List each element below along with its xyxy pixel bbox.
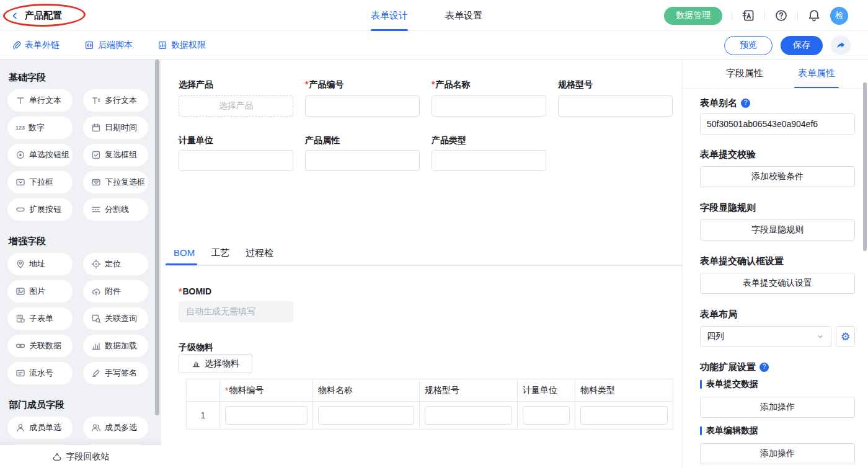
help-badge-icon[interactable]: ? [741, 99, 750, 108]
member-multi-icon [91, 423, 101, 433]
back-button[interactable]: 产品配置 [10, 0, 62, 31]
script-icon [84, 40, 94, 50]
material-spec-input[interactable] [425, 406, 512, 425]
section-title-basic-fields: 基础字段 [9, 72, 161, 83]
add-edit-action-button[interactable]: 添加操作 [700, 443, 855, 464]
page-title: 产品配置 [25, 10, 62, 22]
field-item-multi-line-text[interactable]: 多行文本 [83, 89, 148, 112]
tab-form-properties[interactable]: 表单属性 [798, 68, 835, 79]
field-item-checkbox-group[interactable]: 复选框组 [83, 144, 148, 166]
product-code-input[interactable] [305, 95, 420, 117]
select-icon [16, 177, 25, 187]
chevron-down-icon [816, 332, 825, 341]
form-alias-label: 表单别名 ? [700, 98, 750, 108]
field-item-data-load[interactable]: 数据加载 [83, 335, 148, 357]
field-item-address[interactable]: 地址 [7, 253, 73, 275]
material-type-input[interactable] [580, 406, 668, 425]
paperclip-icon [11, 40, 21, 50]
single-line-text-icon [16, 95, 25, 105]
field-label-spec-model: 规格型号 [558, 79, 593, 89]
field-visibility-button[interactable]: 字段显隐规则 [700, 219, 855, 241]
save-button[interactable]: 保存 [781, 36, 823, 55]
form-layout-label: 表单布局 [700, 309, 737, 319]
field-item-relation-query[interactable]: 关联查询 [83, 307, 148, 330]
material-unit-input[interactable] [523, 406, 570, 425]
field-item-member-multi[interactable]: 成员多选 [83, 417, 148, 439]
unit-input[interactable] [179, 150, 293, 171]
preview-button[interactable]: 预览 [724, 36, 773, 55]
data-permission-link[interactable]: 数据权限 [157, 40, 206, 51]
field-item-select[interactable]: 下拉框 [7, 171, 73, 193]
form-toolbar: 表单外链 后端脚本 数据权限 预览 保存 [0, 31, 868, 60]
share-button[interactable] [831, 35, 851, 55]
backend-script-link[interactable]: 后端脚本 [84, 40, 133, 51]
field-item-radio-group[interactable]: 单选按钮组 [7, 144, 73, 166]
header-tabs: 表单设计 表单设置 [371, 0, 482, 31]
field-item-expand-button[interactable]: 扩展按钮 [7, 198, 73, 221]
form-alias-input[interactable] [700, 113, 855, 135]
panel-scrollbar[interactable] [863, 82, 867, 251]
bell-icon[interactable] [807, 9, 821, 22]
material-code-input[interactable] [225, 406, 308, 425]
field-item-divider[interactable]: 分割线 [83, 198, 148, 221]
material-name-input[interactable] [318, 406, 414, 425]
header-cell-unit: 计量单位 [518, 379, 575, 401]
product-type-input[interactable] [432, 150, 546, 171]
relation-data-icon [16, 341, 25, 351]
recycle-icon [52, 452, 62, 462]
edit-data-sublabel: 表单编辑数据 [700, 425, 758, 436]
data-manage-button[interactable]: 数据管理 [664, 7, 722, 25]
product-name-input[interactable] [432, 95, 546, 117]
divider [797, 11, 798, 20]
submit-confirm-button[interactable]: 表单提交确认设置 [700, 273, 855, 294]
help-badge-icon[interactable]: ? [760, 363, 769, 372]
add-validation-button[interactable]: 添加校验条件 [700, 166, 855, 187]
field-recycle-station[interactable]: 字段回收站 [0, 445, 161, 468]
image-icon [16, 286, 25, 296]
tab-form-settings[interactable]: 表单设置 [445, 0, 482, 31]
product-attr-input[interactable] [305, 150, 420, 171]
subform-icon [16, 314, 25, 324]
field-item-member-single[interactable]: 成员单选 [7, 417, 73, 439]
tab-process[interactable]: 工艺 [211, 247, 229, 259]
help-icon[interactable] [774, 9, 788, 22]
spec-model-input[interactable] [558, 95, 673, 117]
add-submit-action-button[interactable]: 添加操作 [700, 397, 855, 418]
contacts-icon[interactable] [742, 9, 755, 22]
serial-number-icon [16, 368, 25, 378]
address-icon [16, 259, 25, 269]
field-item-relation-data[interactable]: 关联数据 [7, 335, 73, 357]
app-header: 产品配置 表单设计 表单设置 数据管理 检 [0, 0, 868, 31]
cell-spec-model [420, 402, 518, 429]
field-item-serial-number[interactable]: 流水号 [7, 362, 73, 384]
user-avatar[interactable]: 检 [830, 7, 848, 25]
tab-field-properties[interactable]: 字段属性 [726, 68, 763, 79]
field-item-number[interactable]: 123数字 [7, 117, 73, 139]
signature-icon [91, 368, 101, 378]
field-item-multi-select[interactable]: 下拉复选框 [83, 171, 148, 193]
field-item-datetime[interactable]: 日期时间 [83, 117, 148, 139]
field-item-locate[interactable]: 定位 [83, 253, 148, 275]
field-item-attachment[interactable]: 附件 [83, 280, 148, 302]
tab-process-check[interactable]: 过程检 [246, 247, 273, 259]
select-material-button[interactable]: 选择物料 [179, 354, 252, 373]
form-layout-select[interactable]: 四列 [700, 326, 831, 347]
sidebar-scrollbar[interactable] [155, 60, 159, 415]
tab-form-design[interactable]: 表单设计 [371, 0, 408, 31]
divider [764, 11, 765, 20]
field-item-single-line-text[interactable]: 单行文本 [7, 89, 73, 112]
tab-bom[interactable]: BOM [174, 247, 195, 259]
field-label-bomid: *BOMID [179, 286, 211, 296]
field-item-signature[interactable]: 手写签名 [83, 362, 148, 384]
field-palette-sidebar: 基础字段 单行文本 多行文本 123数字 日期时间 单选按钮组 复选框组 下拉框… [0, 60, 161, 468]
field-label-select-product: 选择产品 [179, 79, 213, 89]
field-item-image[interactable]: 图片 [7, 280, 73, 302]
share-arrow-icon [836, 40, 846, 50]
header-cell-material-name: 物料名称 [313, 379, 420, 401]
field-item-subform[interactable]: 子表单 [7, 307, 73, 330]
select-product-picker[interactable]: 选择产品 [179, 95, 293, 117]
field-label-product-code: *产品编号 [305, 79, 343, 89]
header-cell-material-code: *物料编号 [220, 379, 313, 401]
layout-settings-button[interactable]: ⚙ [836, 326, 855, 347]
form-external-link[interactable]: 表单外链 [11, 40, 60, 51]
